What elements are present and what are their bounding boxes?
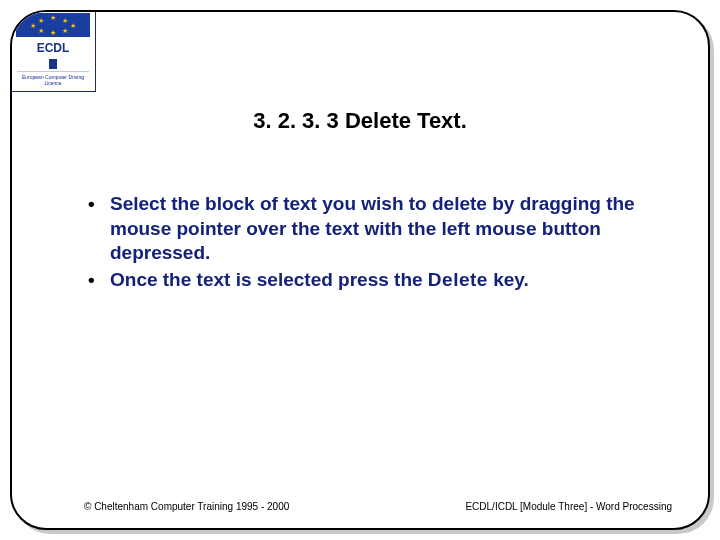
slide-title: 3. 2. 3. 3 Delete Text. bbox=[12, 108, 708, 134]
slide-container: ★ ★ ★ ★ ★ ★ ★ ★ ECDL European Computer D… bbox=[0, 0, 720, 540]
footer-copyright: © Cheltenham Computer Training 1995 - 20… bbox=[84, 501, 289, 512]
eu-flag-icon: ★ ★ ★ ★ ★ ★ ★ ★ bbox=[16, 13, 90, 37]
ecdl-logo: ★ ★ ★ ★ ★ ★ ★ ★ ECDL European Computer D… bbox=[10, 10, 96, 92]
slide-frame: ★ ★ ★ ★ ★ ★ ★ ★ ECDL European Computer D… bbox=[10, 10, 710, 530]
bullet-list: Select the block of text you wish to del… bbox=[82, 192, 648, 295]
ecdl-subtext: European Computer Driving Licence bbox=[17, 71, 89, 86]
bullet-text: Select the block of text you wish to del… bbox=[110, 193, 635, 263]
cursor-icon bbox=[49, 59, 57, 69]
bullet-item: Once the text is selected press the Dele… bbox=[82, 268, 648, 293]
footer-module: ECDL/ICDL [Module Three] - Word Processi… bbox=[465, 501, 672, 512]
bullet-item: Select the block of text you wish to del… bbox=[82, 192, 648, 266]
delete-key-label: Delete bbox=[428, 269, 488, 290]
bullet-text-prefix: Once the text is selected press the bbox=[110, 269, 428, 290]
ecdl-label: ECDL bbox=[37, 41, 70, 55]
bullet-text-suffix: key. bbox=[488, 269, 529, 290]
